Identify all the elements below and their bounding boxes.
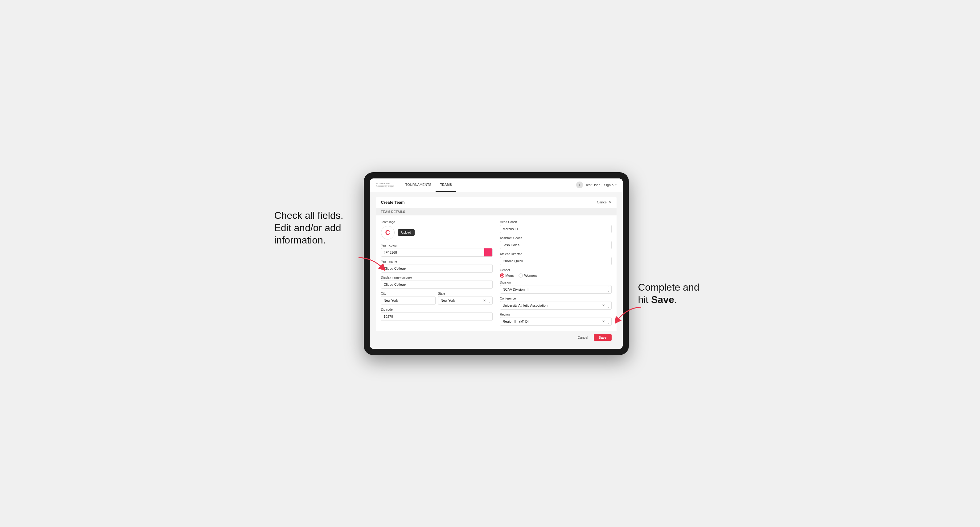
- gender-mens-radio[interactable]: [500, 273, 504, 278]
- division-select[interactable]: NCAA Division III: [500, 285, 612, 294]
- form-header: Create Team Cancel ✕: [376, 197, 617, 208]
- assistant-coach-label: Assistant Coach: [500, 237, 612, 240]
- app-logo: SCOREBOARD Powered by clippd: [376, 183, 394, 187]
- city-field: City: [381, 292, 436, 305]
- state-select-wrapper: ✕ ⌃⌄: [438, 296, 493, 305]
- navbar: SCOREBOARD Powered by clippd TOURNAMENTS…: [370, 178, 623, 192]
- form-left: Team logo C Upload Team colour: [381, 221, 493, 326]
- division-select-wrapper: NCAA Division III ⌃⌄: [500, 285, 612, 294]
- cancel-header-button[interactable]: Cancel ✕: [597, 200, 611, 204]
- cancel-button[interactable]: Cancel: [574, 334, 591, 341]
- zip-input[interactable]: [381, 312, 493, 321]
- main-content: Create Team Cancel ✕ TEAM DETAILS Team l…: [370, 192, 623, 349]
- head-coach-input[interactable]: [500, 225, 612, 233]
- gender-womens-radio[interactable]: [519, 273, 523, 278]
- team-name-label: Team name: [381, 260, 493, 263]
- conference-label: Conference: [500, 297, 612, 300]
- logo-area: C Upload: [381, 226, 493, 240]
- region-select-wrapper: ✕ ⌃⌄: [500, 317, 612, 326]
- team-logo-field: Team logo C Upload: [381, 221, 493, 241]
- colour-input[interactable]: [381, 248, 484, 257]
- city-input[interactable]: [381, 296, 436, 305]
- display-name-field: Display name (unique): [381, 276, 493, 289]
- state-field: State ✕ ⌃⌄: [438, 292, 493, 305]
- region-label: Region: [500, 313, 612, 316]
- team-colour-label: Team colour: [381, 244, 493, 247]
- assistant-coach-input[interactable]: [500, 241, 612, 249]
- display-name-label: Display name (unique): [381, 276, 493, 279]
- nav-teams[interactable]: TEAMS: [436, 178, 456, 192]
- left-annotation: Check all fields. Edit and/or add inform…: [274, 209, 355, 246]
- gender-womens-option[interactable]: Womens: [519, 273, 537, 278]
- colour-swatch[interactable]: [484, 248, 493, 257]
- conference-clear-icon[interactable]: ✕: [602, 303, 605, 307]
- region-clear-icon[interactable]: ✕: [602, 319, 605, 323]
- state-label: State: [438, 292, 493, 295]
- form-body: Team logo C Upload Team colour: [376, 216, 617, 331]
- region-input[interactable]: [500, 317, 612, 326]
- tablet-device: SCOREBOARD Powered by clippd TOURNAMENTS…: [364, 172, 629, 355]
- region-field: Region ✕ ⌃⌄: [500, 313, 612, 326]
- division-field: Division NCAA Division III ⌃⌄: [500, 281, 612, 294]
- team-colour-field: Team colour: [381, 244, 493, 257]
- city-state-row: City State ✕ ⌃⌄: [381, 292, 493, 305]
- team-name-field: Team name: [381, 260, 493, 273]
- nav-links: TOURNAMENTS TEAMS: [401, 178, 576, 192]
- avatar: T: [576, 181, 583, 188]
- logo-circle: C: [381, 226, 395, 240]
- left-arrow-icon: [357, 256, 385, 271]
- gender-row: Mens Womens: [500, 273, 612, 278]
- section-label: TEAM DETAILS: [376, 208, 617, 216]
- assistant-coach-field: Assistant Coach: [500, 237, 612, 249]
- division-label: Division: [500, 281, 612, 284]
- form-title: Create Team: [381, 200, 405, 205]
- display-name-input[interactable]: [381, 280, 493, 289]
- athletic-director-label: Athletic Director: [500, 252, 612, 256]
- colour-wrapper: [381, 248, 493, 257]
- form-right: Head Coach Assistant Coach Athletic Dire…: [500, 221, 612, 326]
- sign-out-link[interactable]: Sign out: [604, 183, 616, 187]
- user-text: Test User |: [585, 183, 601, 187]
- right-annotation: Complete and hit Save.: [638, 281, 706, 306]
- state-clear-icon[interactable]: ✕: [483, 298, 486, 302]
- conference-field: Conference ✕ ⌃⌄: [500, 297, 612, 310]
- gender-label: Gender: [500, 268, 612, 272]
- city-label: City: [381, 292, 436, 295]
- zip-label: Zip code: [381, 308, 493, 311]
- head-coach-field: Head Coach: [500, 221, 612, 233]
- team-logo-label: Team logo: [381, 221, 493, 224]
- gender-mens-option[interactable]: Mens: [500, 273, 514, 278]
- form-footer: Cancel Save: [376, 331, 617, 344]
- save-button[interactable]: Save: [594, 334, 612, 341]
- right-arrow-icon: [615, 306, 643, 324]
- close-icon: ✕: [609, 200, 612, 204]
- zip-field: Zip code: [381, 308, 493, 321]
- athletic-director-field: Athletic Director: [500, 252, 612, 265]
- athletic-director-input[interactable]: [500, 257, 612, 265]
- team-name-input[interactable]: [381, 264, 493, 273]
- nav-right: T Test User | Sign out: [576, 181, 617, 188]
- conference-input[interactable]: [500, 301, 612, 310]
- tablet-screen: SCOREBOARD Powered by clippd TOURNAMENTS…: [370, 178, 623, 349]
- nav-tournaments[interactable]: TOURNAMENTS: [401, 178, 436, 192]
- gender-field: Gender Mens Womens: [500, 268, 612, 278]
- conference-select-wrapper: ✕ ⌃⌄: [500, 301, 612, 310]
- head-coach-label: Head Coach: [500, 221, 612, 224]
- upload-button[interactable]: Upload: [398, 229, 415, 236]
